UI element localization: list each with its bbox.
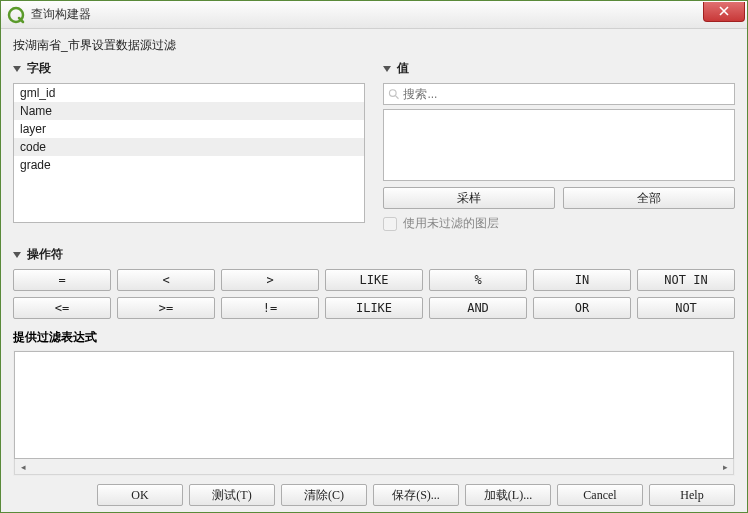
op-percent[interactable]: % bbox=[429, 269, 527, 291]
save-button[interactable]: 保存(S)... bbox=[373, 484, 459, 506]
svg-point-1 bbox=[389, 90, 396, 97]
expression-header: 提供过滤表达式 bbox=[13, 329, 735, 346]
op-like[interactable]: LIKE bbox=[325, 269, 423, 291]
fields-header[interactable]: 字段 bbox=[13, 60, 365, 77]
clear-button[interactable]: 清除(C) bbox=[281, 484, 367, 506]
window-title: 查询构建器 bbox=[31, 6, 703, 23]
disclosure-icon bbox=[13, 252, 21, 258]
load-button[interactable]: 加载(L)... bbox=[465, 484, 551, 506]
list-item[interactable]: layer bbox=[14, 120, 364, 138]
sample-button[interactable]: 采样 bbox=[383, 187, 555, 209]
h-scrollbar[interactable]: ◂ ▸ bbox=[14, 459, 734, 475]
op-ne[interactable]: != bbox=[221, 297, 319, 319]
scroll-right-icon[interactable]: ▸ bbox=[717, 460, 733, 474]
op-not[interactable]: NOT bbox=[637, 297, 735, 319]
op-notin[interactable]: NOT IN bbox=[637, 269, 735, 291]
ok-button[interactable]: OK bbox=[97, 484, 183, 506]
list-item[interactable]: code bbox=[14, 138, 364, 156]
cancel-button[interactable]: Cancel bbox=[557, 484, 643, 506]
operators-header[interactable]: 操作符 bbox=[13, 246, 735, 263]
close-button[interactable] bbox=[703, 2, 745, 22]
values-header-label: 值 bbox=[397, 60, 409, 77]
values-list[interactable] bbox=[383, 109, 735, 181]
list-item[interactable]: Name bbox=[14, 102, 364, 120]
scroll-left-icon[interactable]: ◂ bbox=[15, 460, 31, 474]
values-header[interactable]: 值 bbox=[383, 60, 735, 77]
use-unfiltered-row[interactable]: 使用未过滤的图层 bbox=[383, 215, 735, 232]
operators-header-label: 操作符 bbox=[27, 246, 63, 263]
titlebar[interactable]: 查询构建器 bbox=[1, 1, 747, 29]
op-ilike[interactable]: ILIKE bbox=[325, 297, 423, 319]
op-lt[interactable]: < bbox=[117, 269, 215, 291]
op-gt[interactable]: > bbox=[221, 269, 319, 291]
list-item[interactable]: gml_id bbox=[14, 84, 364, 102]
list-item[interactable]: grade bbox=[14, 156, 364, 174]
test-button[interactable]: 测试(T) bbox=[189, 484, 275, 506]
op-or[interactable]: OR bbox=[533, 297, 631, 319]
search-input[interactable] bbox=[403, 87, 730, 101]
use-unfiltered-checkbox[interactable] bbox=[383, 217, 397, 231]
operators-grid: = < > LIKE % IN NOT IN <= >= != ILIKE AN… bbox=[13, 269, 735, 319]
use-unfiltered-label: 使用未过滤的图层 bbox=[403, 215, 499, 232]
op-and[interactable]: AND bbox=[429, 297, 527, 319]
query-builder-window: 查询构建器 按湖南省_市界设置数据源过滤 字段 gml_id Name laye… bbox=[0, 0, 748, 513]
values-search[interactable] bbox=[383, 83, 735, 105]
fields-header-label: 字段 bbox=[27, 60, 51, 77]
disclosure-icon bbox=[13, 66, 21, 72]
subtitle: 按湖南省_市界设置数据源过滤 bbox=[13, 37, 735, 54]
op-eq[interactable]: = bbox=[13, 269, 111, 291]
op-le[interactable]: <= bbox=[13, 297, 111, 319]
app-icon bbox=[7, 6, 25, 24]
search-icon bbox=[388, 88, 399, 100]
fields-list[interactable]: gml_id Name layer code grade bbox=[13, 83, 365, 223]
op-in[interactable]: IN bbox=[533, 269, 631, 291]
op-ge[interactable]: >= bbox=[117, 297, 215, 319]
help-button[interactable]: Help bbox=[649, 484, 735, 506]
content: 按湖南省_市界设置数据源过滤 字段 gml_id Name layer code… bbox=[1, 29, 747, 512]
disclosure-icon bbox=[383, 66, 391, 72]
expression-textarea[interactable] bbox=[14, 351, 734, 459]
all-button[interactable]: 全部 bbox=[563, 187, 735, 209]
footer: OK 测试(T) 清除(C) 保存(S)... 加载(L)... Cancel … bbox=[13, 484, 735, 506]
